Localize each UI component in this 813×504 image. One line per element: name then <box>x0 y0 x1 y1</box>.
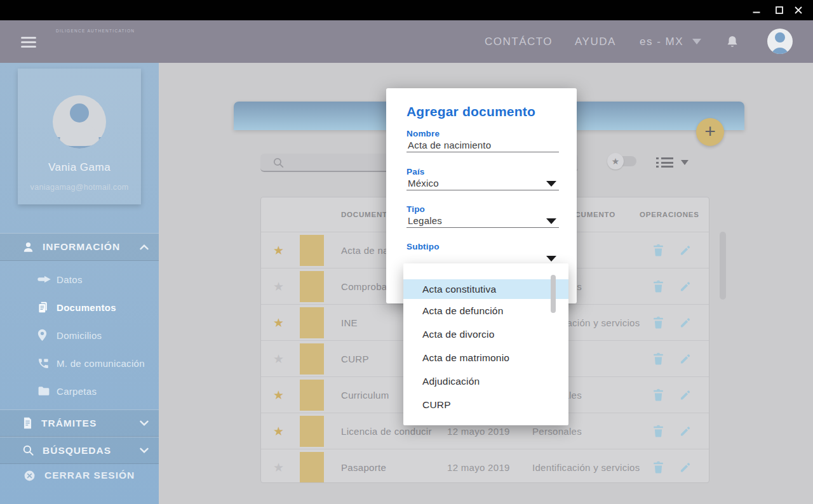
edit-icon[interactable] <box>679 352 692 365</box>
document-thumbnail[interactable] <box>300 235 324 266</box>
minimize-icon[interactable] <box>747 0 766 20</box>
delete-icon[interactable] <box>652 425 664 438</box>
file-text-icon <box>22 417 33 429</box>
edit-icon[interactable] <box>679 280 692 293</box>
dropdown-scrollbar[interactable] <box>551 275 556 313</box>
delete-icon[interactable] <box>652 461 664 474</box>
favorite-star-icon[interactable]: ★ <box>273 388 284 402</box>
sidebar-item-label: Carpetas <box>57 386 97 397</box>
sidebar-section-tramites[interactable]: TRÁMITES <box>0 409 159 437</box>
field-subtipo: Subtipo <box>406 242 559 251</box>
edit-icon[interactable] <box>679 316 692 329</box>
profile-email: vaniagamag@hotmail.com <box>18 183 141 192</box>
sidebar-section-label: TRÁMITES <box>41 418 97 429</box>
chevron-down-icon[interactable] <box>546 256 556 262</box>
tipo-select[interactable]: Legales <box>408 215 442 226</box>
favorite-star-icon[interactable]: ★ <box>273 279 284 294</box>
dropdown-option[interactable]: Acta constitutiva <box>403 279 568 299</box>
dropdown-option[interactable]: CURP <box>403 393 568 416</box>
sidebar-item-label: Documentos <box>57 302 116 313</box>
list-view-selector[interactable] <box>656 157 694 168</box>
add-document-button[interactable]: + <box>696 118 724 146</box>
delete-icon[interactable] <box>652 244 664 257</box>
close-icon[interactable] <box>789 0 808 20</box>
table-row: ★Pasaporte12 mayo 2019Identificación y s… <box>261 449 709 483</box>
map-pin-icon <box>37 329 51 342</box>
documents-icon <box>37 301 51 314</box>
nav-contacto[interactable]: CONTÁCTO <box>485 20 553 63</box>
document-date: 12 mayo 2019 <box>447 426 510 437</box>
pais-select[interactable]: México <box>408 178 439 189</box>
document-thumbnail[interactable] <box>300 380 324 411</box>
logout-button[interactable]: CERRAR SESIÓN <box>0 465 159 486</box>
delete-icon[interactable] <box>652 388 664 402</box>
sidebar-section-label: BÚSQUEDAS <box>43 445 111 456</box>
delete-icon[interactable] <box>652 352 664 366</box>
tag-icon <box>37 274 51 284</box>
profile-avatar[interactable] <box>53 95 106 149</box>
favorite-star-icon[interactable]: ★ <box>273 315 284 330</box>
sidebar-section-informacion[interactable]: INFORMACIÓN <box>0 233 159 261</box>
dropdown-option[interactable]: Acta de matrimonio <box>403 346 568 369</box>
logout-label: CERRAR SESIÓN <box>44 470 135 481</box>
search-icon <box>22 444 34 456</box>
chevron-down-icon <box>140 448 149 453</box>
dropdown-option[interactable]: Acta de divorcio <box>403 322 568 346</box>
app-logo[interactable]: IDué DILIGENCE AUTHENTICATION <box>56 28 135 33</box>
chevron-down-icon <box>681 160 689 165</box>
menu-icon[interactable] <box>21 37 36 48</box>
edit-icon[interactable] <box>679 388 692 401</box>
sidebar-item-documentos[interactable]: Documentos <box>0 293 159 321</box>
chevron-up-icon <box>140 244 149 250</box>
dropdown-option[interactable]: Acta de defunción <box>403 299 568 322</box>
sidebar-section-label: INFORMACIÓN <box>43 241 120 253</box>
favorites-filter-toggle[interactable]: ★ <box>607 153 636 169</box>
favorite-star-icon[interactable]: ★ <box>273 243 284 258</box>
sidebar: Vania Gama vaniagamag@hotmail.com INFORM… <box>0 63 159 504</box>
chevron-down-icon <box>692 39 701 44</box>
edit-icon[interactable] <box>679 425 692 437</box>
logo-tagline: DILIGENCE AUTHENTICATION <box>56 29 135 33</box>
document-thumbnail[interactable] <box>300 452 324 483</box>
user-avatar[interactable] <box>767 29 793 54</box>
notifications-bell-icon[interactable] <box>725 35 739 50</box>
sidebar-item-datos[interactable]: Datos <box>0 265 159 293</box>
edit-icon[interactable] <box>679 244 692 256</box>
chevron-down-icon[interactable] <box>546 218 556 224</box>
field-pais: País México <box>406 167 559 176</box>
delete-icon[interactable] <box>652 280 664 293</box>
sidebar-item-m-de-comunicaci-n[interactable]: M. de comunicación <box>0 349 159 377</box>
document-thumbnail[interactable] <box>300 271 324 302</box>
dropdown-option[interactable]: Adjudicación <box>403 369 568 393</box>
delete-icon[interactable] <box>652 316 664 329</box>
document-thumbnail[interactable] <box>300 307 324 338</box>
favorite-star-icon[interactable]: ★ <box>273 460 284 475</box>
document-name: Curriculum <box>341 390 389 401</box>
nombre-input[interactable]: Acta de nacimiento <box>408 140 491 150</box>
favorite-star-icon[interactable]: ★ <box>273 424 284 439</box>
field-tipo: Tipo Legales <box>406 204 559 214</box>
sidebar-item-label: M. de comunicación <box>57 358 145 369</box>
sidebar-item-carpetas[interactable]: Carpetas <box>0 377 159 405</box>
sidebar-item-domicilios[interactable]: Domicilios <box>0 321 159 349</box>
document-name: CURP <box>341 354 369 364</box>
language-selector[interactable]: es - MX <box>640 20 701 63</box>
field-label: Tipo <box>406 204 559 214</box>
star-icon: ★ <box>612 156 620 166</box>
document-thumbnail[interactable] <box>300 416 324 447</box>
chevron-down-icon[interactable] <box>546 181 556 187</box>
plus-icon: + <box>704 122 716 141</box>
document-type: Identificación y servicios <box>532 462 640 473</box>
maximize-icon[interactable] <box>770 0 789 20</box>
sidebar-subitems: DatosDocumentosDomiciliosM. de comunicac… <box>0 265 159 405</box>
nav-ayuda[interactable]: AYUDA <box>575 20 616 63</box>
column-operations: OPERACIONES <box>640 211 699 218</box>
document-thumbnail[interactable] <box>300 343 324 375</box>
table-scrollbar[interactable] <box>720 232 726 300</box>
sidebar-section-busquedas[interactable]: BÚSQUEDAS <box>0 437 159 464</box>
field-label: Nombre <box>406 129 559 138</box>
close-circle-icon <box>24 470 36 482</box>
field-label: Subtipo <box>406 242 559 251</box>
edit-icon[interactable] <box>679 461 692 474</box>
favorite-star-icon[interactable]: ★ <box>273 352 284 366</box>
